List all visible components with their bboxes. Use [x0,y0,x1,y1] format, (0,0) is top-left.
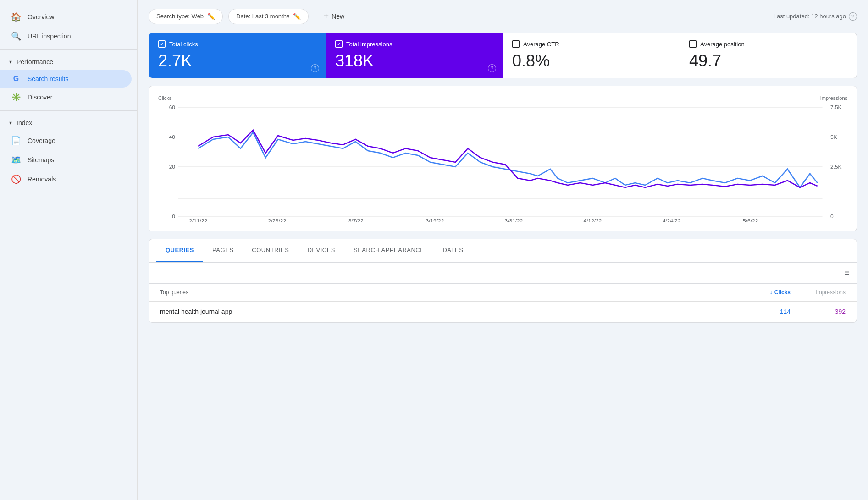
total-clicks-header: Total clicks [158,40,316,48]
new-button[interactable]: + New [316,7,352,25]
tab-dates[interactable]: DATES [433,239,472,262]
sidebar-search-results-label: Search results [28,75,68,82]
svg-text:5K: 5K [830,134,837,139]
table-toolbar: ≡ [149,263,857,284]
svg-text:0: 0 [830,214,834,219]
chart-container: Clicks Impressions 60 40 20 0 [149,86,857,231]
sitemaps-icon: 🗺️ [11,155,21,165]
sidebar-item-overview[interactable]: 🏠 Overview [0,7,132,27]
date-filter[interactable]: Date: Last 3 months ✏️ [228,9,309,24]
table-col-query-header: Top queries [160,289,735,296]
sidebar-removals-label: Removals [28,176,56,183]
sidebar-divider-2 [0,110,137,111]
tab-search-appearance[interactable]: SEARCH APPEARANCE [344,239,433,262]
total-clicks-value: 2.7K [158,51,316,71]
search-type-edit-icon: ✏️ [207,13,215,20]
svg-text:40: 40 [169,134,175,139]
avg-ctr-label: Average CTR [523,41,559,48]
clicks-line [198,132,818,187]
date-edit-icon: ✏️ [293,13,301,20]
avg-ctr-header: Average CTR [512,40,670,48]
avg-position-value: 49.7 [689,51,847,71]
tabs-section: QUERIES PAGES COUNTRIES DEVICES SEARCH A… [149,239,857,323]
search-type-filter[interactable]: Search type: Web ✏️ [149,9,223,24]
svg-text:2.5K: 2.5K [830,164,842,169]
removals-icon: 🚫 [11,174,21,184]
table-col-clicks-header[interactable]: ↓ Clicks [735,289,791,296]
sidebar-coverage-label: Coverage [28,137,55,144]
svg-text:4/24/22: 4/24/22 [663,218,681,222]
impressions-col-label: Impressions [816,289,846,296]
sidebar-item-url-inspection[interactable]: 🔍 URL inspection [0,27,132,46]
total-impressions-header: Total impressions [335,40,493,48]
metric-total-impressions: Total impressions 318K ? [326,33,503,78]
sidebar: 🏠 Overview 🔍 URL inspection ▾ Performanc… [0,0,138,500]
tab-pages[interactable]: PAGES [203,239,243,262]
avg-ctr-checkbox[interactable] [512,40,520,48]
tab-queries[interactable]: QUERIES [156,239,203,262]
avg-ctr-value: 0.8% [512,51,670,71]
table-filter-button[interactable]: ≡ [844,268,849,278]
sidebar-sitemaps-label: Sitemaps [28,156,54,164]
total-clicks-help: ? [311,64,319,72]
sidebar-item-discover[interactable]: ✳️ Discover [0,88,132,107]
google-g-icon: G [11,75,21,83]
chart-svg: 60 40 20 0 7.5K 5K 2.5K 0 2/11/22 2/23/2… [158,103,847,222]
row-clicks: 114 [735,308,791,315]
date-label: Date: Last 3 months [236,13,289,20]
avg-position-help-icon[interactable]: ? [842,64,850,72]
index-label: Index [17,119,32,126]
search-icon: 🔍 [11,31,21,41]
last-updated-text: Last updated: 12 hours ago [774,13,846,20]
svg-text:2/23/22: 2/23/22 [268,218,286,222]
avg-ctr-help: ? [665,64,673,72]
svg-text:4/12/22: 4/12/22 [584,218,602,222]
performance-label: Performance [17,58,53,66]
plus-icon: + [323,11,329,22]
tabs-header: QUERIES PAGES COUNTRIES DEVICES SEARCH A… [149,239,857,263]
sidebar-item-coverage[interactable]: 📄 Coverage [0,131,132,150]
sidebar-item-sitemaps[interactable]: 🗺️ Sitemaps [0,150,132,170]
home-icon: 🏠 [11,12,21,22]
svg-text:2/11/22: 2/11/22 [189,218,207,222]
sidebar-item-removals[interactable]: 🚫 Removals [0,170,132,189]
performance-arrow-icon: ▾ [9,59,12,65]
table-col-impressions-header: Impressions [791,289,846,296]
total-clicks-label: Total clicks [169,41,198,48]
svg-text:0: 0 [172,214,175,219]
avg-position-help: ? [842,64,850,72]
avg-ctr-help-icon[interactable]: ? [665,64,673,72]
total-impressions-label: Total impressions [346,41,392,48]
index-section-header[interactable]: ▾ Index [0,115,137,131]
svg-text:3/31/22: 3/31/22 [504,218,523,222]
total-clicks-checkbox[interactable] [158,40,166,48]
total-impressions-help: ? [488,64,496,72]
chart-axis-labels: Clicks Impressions [158,95,847,101]
table-header: Top queries ↓ Clicks Impressions [149,284,857,302]
total-impressions-help-icon[interactable]: ? [488,64,496,72]
sidebar-divider-1 [0,49,137,50]
last-updated: Last updated: 12 hours ago ? [774,12,857,21]
metric-avg-position: Average position 49.7 ? [680,33,857,78]
avg-position-checkbox[interactable] [689,40,697,48]
total-clicks-help-icon[interactable]: ? [311,64,319,72]
avg-position-header: Average position [689,40,847,48]
clicks-axis-label: Clicks [158,95,171,101]
sidebar-item-search-results[interactable]: G Search results [0,70,132,88]
svg-text:60: 60 [169,104,175,110]
top-queries-label: Top queries [160,289,188,296]
index-arrow-icon: ▾ [9,120,12,126]
coverage-icon: 📄 [11,136,21,146]
tab-countries[interactable]: COUNTRIES [243,239,298,262]
performance-section-header[interactable]: ▾ Performance [0,54,137,70]
new-label: New [332,13,344,20]
svg-text:3/19/22: 3/19/22 [426,218,444,222]
impressions-line [198,130,818,187]
impressions-axis-label: Impressions [820,95,847,101]
total-impressions-checkbox[interactable] [335,40,343,48]
last-updated-help-icon[interactable]: ? [849,12,857,21]
sidebar-url-inspection-label: URL inspection [28,33,71,40]
sort-down-arrow-icon: ↓ [770,289,773,296]
tab-devices[interactable]: DEVICES [298,239,344,262]
search-type-label: Search type: Web [156,13,204,20]
